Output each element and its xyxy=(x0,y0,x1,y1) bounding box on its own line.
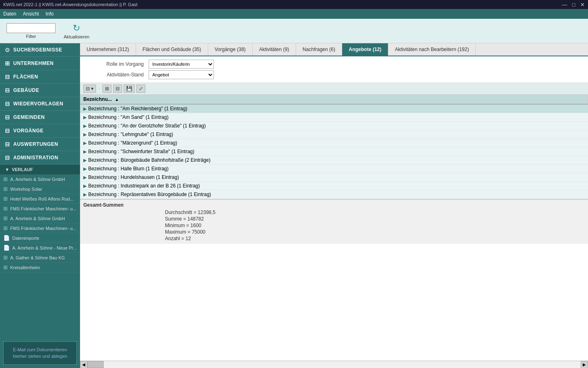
tab-aktivitaeten[interactable]: Aktivitäten (9) xyxy=(253,43,296,56)
verlauf-item-6[interactable]: 📄 Datenimporte xyxy=(0,233,80,243)
rolle-select[interactable]: Investorin/Käuferin xyxy=(149,60,214,69)
group-row-text-6: Bezeichnung : Bürogebäude Bahnhofstraße … xyxy=(88,157,211,163)
sidebar-item-wiedervorlagen[interactable]: ⊟ WIEDERVORLAGEN xyxy=(0,97,80,111)
group-row-7[interactable]: ▶Bezeichnung : Halle Blum (1 Eintrag) xyxy=(80,165,588,173)
sidebar-item-administration[interactable]: ⊟ ADMINISTRATION xyxy=(0,151,80,165)
group-row-8[interactable]: ▶Bezeichnung : Hundelshausen (1 Eintrag) xyxy=(80,173,588,182)
results-table-wrapper[interactable]: Bezeichnu... ▲ ▶Bezeichnung : "Am Reichl… xyxy=(80,95,588,361)
verlauf-icon-3: ⊞ xyxy=(3,205,8,212)
group-expand-icon-4[interactable]: ▶ xyxy=(83,141,87,145)
tb-collapse-button[interactable]: ⊟ xyxy=(113,85,122,93)
sidebar-label-flaechen: FLÄCHEN xyxy=(13,74,38,80)
minimize-button[interactable]: — xyxy=(562,2,567,8)
group-expand-icon-8[interactable]: ▶ xyxy=(83,175,87,180)
sidebar-label-unternehmen: UNTERNEHMEN xyxy=(13,60,54,66)
filter-label: Filter xyxy=(7,34,56,39)
group-row-text-1: Bezeichnung : "Am Sand" (1 Eintrag) xyxy=(88,114,169,120)
sidebar-item-auswertungen[interactable]: ⊟ AUSWERTUNGEN xyxy=(0,138,80,151)
col-bezeichnung[interactable]: Bezeichnu... ▲ xyxy=(80,95,588,104)
verlauf-item-2[interactable]: ⊞ Hotel Weißes Roß Alfons Rud... xyxy=(0,194,80,204)
filter-row: Rolle im Vorgang Investorin/Käuferin Akt… xyxy=(80,56,588,83)
group-row-9[interactable]: ▶Bezeichnung : Industriepark an der B 26… xyxy=(80,182,588,190)
summary-stats: Durchschnitt = 12398,5Summe = 148782Mini… xyxy=(83,210,585,241)
verlauf-item-1[interactable]: ⊞ Workshop Solar xyxy=(0,184,80,194)
tab-label-unternehmen: Unternehmen (312) xyxy=(87,47,129,52)
verlauf-icon-5: ⊞ xyxy=(3,225,8,231)
tb-fullscreen-button[interactable]: ⤢ xyxy=(136,85,145,93)
tb-separator-1: · xyxy=(98,86,100,91)
group-row-5[interactable]: ▶Bezeichnung : "Schweinfurter Straße" (1… xyxy=(80,147,588,156)
tab-aktivitaeten-bearbeiter[interactable]: Aktivitäten nach Bearbeitern (192) xyxy=(388,43,476,56)
rolle-filter-line: Rolle im Vorgang Investorin/Käuferin xyxy=(87,60,581,69)
group-expand-icon-10[interactable]: ▶ xyxy=(83,192,87,197)
verlauf-item-4[interactable]: ⊞ A. Amrhein & Söhne GmbH xyxy=(0,214,80,223)
maximize-button[interactable]: □ xyxy=(572,2,575,8)
tb-toggle-button[interactable]: ⊟ ▾ xyxy=(83,85,96,93)
refresh-button[interactable]: ↻ Aktualisieren xyxy=(64,23,89,39)
group-expand-icon-6[interactable]: ▶ xyxy=(83,158,87,163)
verlauf-icon-8: ⊞ xyxy=(3,254,8,261)
group-row-3[interactable]: ▶Bezeichnung : "Lehmgrube" (1 Eintrag) xyxy=(80,130,588,139)
sidebar-item-suchergebnisse[interactable]: ⊙ SUCHERGEBNISSE xyxy=(0,43,80,57)
title-bar: KWIS.net 2022-1 || KWIS.net-Anwendungsdo… xyxy=(0,0,588,9)
sidebar-item-vorgaenge[interactable]: ⊟ VORGÄNGE xyxy=(0,124,80,138)
scroll-thumb[interactable] xyxy=(87,361,104,368)
sidebar-item-gemeinden[interactable]: ⊟ GEMEINDEN xyxy=(0,111,80,124)
tab-flaechen[interactable]: Flächen und Gebäude (35) xyxy=(136,43,208,56)
group-row-text-2: Bezeichnung : "An der Gerolzhofer Straße… xyxy=(88,123,206,129)
filter-input[interactable] xyxy=(7,23,56,33)
group-expand-icon-5[interactable]: ▶ xyxy=(83,149,87,154)
verlauf-item-5[interactable]: ⊞ FMS Fränkischer Maschinen- u... xyxy=(0,223,80,233)
verlauf-item-7[interactable]: 📄 A. Amrhein & Söhne - Neue Pr... xyxy=(0,243,80,253)
aktivitaet-select[interactable]: Angebot xyxy=(149,70,214,79)
group-row-4[interactable]: ▶Bezeichnung : "Märzengrund" (1 Eintrag) xyxy=(80,139,588,147)
sidebar-item-gebaeude[interactable]: ⊟ GEBÄUDE xyxy=(0,84,80,97)
tb-expand-button[interactable]: ⊞ xyxy=(102,85,111,93)
group-expand-icon-2[interactable]: ▶ xyxy=(83,123,87,128)
verlauf-item-9[interactable]: ⊞ Kreisaltenheim xyxy=(0,263,80,272)
scroll-bar-bottom[interactable]: ◀ ▶ xyxy=(80,361,588,368)
group-row-cell-9: ▶Bezeichnung : Industriepark an der B 26… xyxy=(80,182,588,190)
group-row-6[interactable]: ▶Bezeichnung : Bürogebäude Bahnhofstraße… xyxy=(80,156,588,165)
scroll-left-arrow[interactable]: ◀ xyxy=(80,361,87,368)
group-row-2[interactable]: ▶Bezeichnung : "An der Gerolzhofer Straß… xyxy=(80,122,588,130)
main-layout: ⊙ SUCHERGEBNISSE ⊞ UNTERNEHMEN ⊟ FLÄCHEN… xyxy=(0,43,588,368)
verlauf-item-0[interactable]: ⊞ A. Amrhein & Söhne GmbH xyxy=(0,174,80,184)
menu-item-ansicht[interactable]: Ansicht xyxy=(23,11,39,17)
verlauf-icon-6: 📄 xyxy=(3,235,10,241)
search-icon: ⊙ xyxy=(5,47,10,53)
aktivitaet-filter-line: Aktivitäten-Stand Angebot xyxy=(87,70,581,79)
group-row-cell-0: ▶Bezeichnung : "Am Reichlersberg" (1 Ein… xyxy=(80,104,588,113)
sidebar-item-unternehmen[interactable]: ⊞ UNTERNEHMEN xyxy=(0,57,80,70)
group-row-1[interactable]: ▶Bezeichnung : "Am Sand" (1 Eintrag) xyxy=(80,113,588,122)
tb-save-button[interactable]: 💾 xyxy=(124,85,135,93)
group-row-10[interactable]: ▶Bezeichnung : Repräsentatives Bürogebäu… xyxy=(80,190,588,199)
scroll-right-arrow[interactable]: ▶ xyxy=(581,361,588,368)
results-table: Bezeichnu... ▲ ▶Bezeichnung : "Am Reichl… xyxy=(80,95,588,199)
group-expand-icon-1[interactable]: ▶ xyxy=(83,115,87,120)
group-expand-icon-7[interactable]: ▶ xyxy=(83,166,87,171)
tab-angebote[interactable]: Angebote (12) xyxy=(342,43,388,56)
group-row-cell-6: ▶Bezeichnung : Bürogebäude Bahnhofstraße… xyxy=(80,156,588,165)
tab-nachfragen[interactable]: Nachfragen (6) xyxy=(296,43,342,56)
group-row-text-9: Bezeichnung : Industriepark an der B 26 … xyxy=(88,183,200,189)
menu-item-daten[interactable]: Daten xyxy=(3,11,16,17)
scroll-track[interactable] xyxy=(87,361,581,368)
group-row-0[interactable]: ▶Bezeichnung : "Am Reichlersberg" (1 Ein… xyxy=(80,104,588,113)
tab-unternehmen[interactable]: Unternehmen (312) xyxy=(80,43,136,56)
toolbar: Filter ↻ Aktualisieren xyxy=(0,19,588,43)
tab-label-aktivitaeten-bearbeiter: Aktivitäten nach Bearbeitern (192) xyxy=(395,47,469,52)
sidebar-item-flaechen[interactable]: ⊟ FLÄCHEN xyxy=(0,70,80,84)
email-drop-zone: E-Mail zum Dokumentieren hierher ziehen … xyxy=(3,341,77,365)
verlauf-text-7: A. Amrhein & Söhne - Neue Pr... xyxy=(12,245,77,250)
aktivitaet-label: Aktivitäten-Stand xyxy=(87,72,144,78)
close-button[interactable]: ✕ xyxy=(580,2,585,8)
group-expand-icon-0[interactable]: ▶ xyxy=(83,106,87,111)
group-expand-icon-9[interactable]: ▶ xyxy=(83,183,87,188)
verlauf-item-8[interactable]: ⊞ A. Gather & Söhne Bau KG xyxy=(0,253,80,263)
group-expand-icon-3[interactable]: ▶ xyxy=(83,132,87,137)
refresh-icon: ↻ xyxy=(73,23,80,33)
menu-item-info[interactable]: Info xyxy=(45,11,53,17)
verlauf-item-3[interactable]: ⊞ FMS Fränkischer Maschinen- u... xyxy=(0,204,80,214)
tab-vorgaenge[interactable]: Vorgänge (38) xyxy=(208,43,253,56)
